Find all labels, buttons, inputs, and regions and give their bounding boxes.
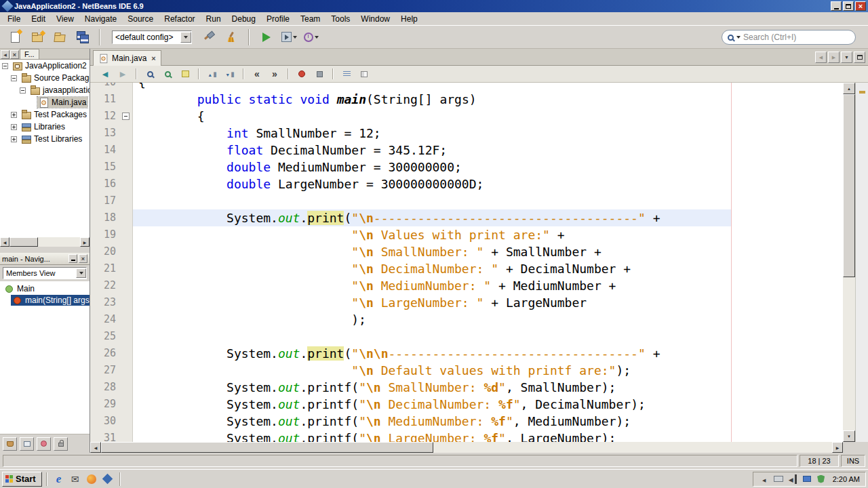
shield-tray-button[interactable]: [816, 474, 827, 485]
tree-item-main-java[interactable]: Main.java: [0, 96, 90, 108]
menu-run[interactable]: Run: [201, 13, 226, 25]
config-selector[interactable]: <default config>: [112, 30, 192, 44]
title-bar[interactable]: JavaApplication2 - NetBeans IDE 6.9: [0, 0, 868, 12]
menu-debug[interactable]: Debug: [226, 13, 261, 25]
fold-toggle-icon[interactable]: [122, 113, 130, 120]
tab-close-icon[interactable]: [150, 54, 155, 62]
debug-button[interactable]: [279, 28, 298, 47]
menu-edit[interactable]: Edit: [26, 13, 51, 25]
volume-tray-button[interactable]: [787, 474, 798, 485]
ff-launch-button[interactable]: [84, 472, 99, 487]
scroll-right-icon[interactable]: [832, 442, 843, 453]
expand-toggle-icon[interactable]: [11, 136, 17, 142]
search-dropdown-icon[interactable]: [736, 36, 741, 39]
scroll-up-icon[interactable]: [843, 83, 855, 94]
projects-horizontal-scrollbar[interactable]: [0, 237, 90, 247]
menu-help[interactable]: Help: [395, 13, 423, 25]
code-line-20[interactable]: 20 "\n SmallNumber: " + SmallNumber +: [90, 243, 843, 260]
tree-item-source-packages[interactable]: Source Packages: [0, 72, 90, 84]
code-line-12[interactable]: 12 {: [90, 108, 843, 125]
menu-team[interactable]: Team: [295, 13, 326, 25]
code-line-29[interactable]: 29 System.out.printf("\n DecimalNumber: …: [90, 396, 843, 413]
code-line-15[interactable]: 15 double MediumNumber = 300000000;: [90, 159, 843, 176]
expand-toggle-icon[interactable]: [2, 63, 8, 69]
code-line-18[interactable]: 18 System.out.print("\n-----------------…: [90, 209, 843, 226]
shift-left-button[interactable]: [249, 67, 265, 81]
menu-navigate[interactable]: Navigate: [79, 13, 122, 25]
code-line-16[interactable]: 16 double LargeNumber = 300000000000D;: [90, 176, 843, 192]
comment-button[interactable]: [338, 67, 355, 81]
ie-launch-button[interactable]: [52, 472, 66, 487]
tabs-list-dropdown-icon[interactable]: ▼: [841, 52, 852, 63]
tab-scroll-left-icon[interactable]: [1, 50, 9, 59]
code-line-22[interactable]: 22 "\n MediumNumber: " + MediumNumber +: [90, 277, 843, 294]
scroll-down-icon[interactable]: [843, 430, 855, 442]
tabs-scroll-right-icon[interactable]: ▶: [828, 52, 840, 63]
run-button[interactable]: [257, 28, 276, 47]
code-line-25[interactable]: 25: [90, 328, 843, 345]
code-line-14[interactable]: 14 float DecimalNumber = 345.12F;: [90, 142, 843, 159]
member-main[interactable]: Main: [0, 283, 90, 294]
code-line-17[interactable]: 17: [90, 192, 843, 209]
back-button[interactable]: [97, 67, 113, 81]
scrollbar-thumb[interactable]: [9, 237, 38, 247]
stop-button[interactable]: [311, 67, 328, 81]
profile-button[interactable]: [302, 28, 321, 47]
member-main-string-args[interactable]: main(String[] args): [0, 294, 90, 306]
nb-launch-button[interactable]: [100, 472, 115, 487]
expand-toggle-icon[interactable]: [11, 75, 17, 81]
sort-alpha-button[interactable]: [54, 437, 68, 451]
find-next-button[interactable]: [159, 67, 176, 81]
scrollbar-track[interactable]: [433, 442, 832, 453]
scrollbar-thumb[interactable]: [843, 94, 855, 277]
mail-launch-button[interactable]: [68, 472, 83, 487]
tree-item-test-libraries[interactable]: Test Libraries: [0, 133, 90, 145]
editor-vertical-scrollbar[interactable]: [843, 83, 855, 442]
hide-icons-tray-button[interactable]: [759, 474, 770, 485]
editor-horizontal-scrollbar[interactable]: [90, 442, 843, 453]
expand-toggle-icon[interactable]: [11, 124, 17, 130]
menu-file[interactable]: File: [2, 13, 26, 25]
code-line-10[interactable]: 10{: [90, 83, 843, 91]
code-line-19[interactable]: 19 "\n Values with print are:" +: [90, 226, 843, 243]
panel-splitter[interactable]: [0, 247, 90, 253]
macro-button[interactable]: [356, 67, 372, 81]
maximize-button[interactable]: [843, 1, 854, 11]
menu-refactor[interactable]: Refactor: [159, 13, 200, 25]
menu-view[interactable]: View: [51, 13, 79, 25]
tab-main-java[interactable]: Main.java: [93, 50, 161, 66]
tree-item-javaapplication2[interactable]: JavaApplication2: [0, 60, 90, 72]
tree-item-test-packages[interactable]: Test Packages: [0, 108, 90, 121]
close-button[interactable]: [855, 1, 866, 11]
scroll-left-icon[interactable]: [90, 442, 101, 453]
code-line-21[interactable]: 21 "\n DecimalNumber: " + DecimalNumber …: [90, 260, 843, 277]
prev-bookmark-button[interactable]: [204, 67, 220, 81]
show-static-button[interactable]: [37, 437, 51, 451]
show-inherited-button[interactable]: [3, 437, 17, 451]
highlight-button[interactable]: [177, 67, 193, 81]
maximize-editor-icon[interactable]: [854, 52, 865, 63]
network-tray-button[interactable]: [802, 474, 812, 485]
quick-search[interactable]: [722, 30, 856, 45]
files-window-tab[interactable]: F...: [20, 49, 39, 59]
minimize-button[interactable]: [831, 1, 842, 11]
expand-toggle-icon[interactable]: [11, 112, 17, 118]
tree-item-javaapplication[interactable]: javaapplication: [0, 84, 90, 96]
menu-source[interactable]: Source: [122, 13, 159, 25]
navigator-close-icon[interactable]: [79, 254, 87, 263]
start-button[interactable]: Start: [2, 472, 42, 487]
projects-close-icon[interactable]: [10, 50, 19, 59]
code-line-23[interactable]: 23 "\n LargeNumber: " + LargeNumber: [90, 294, 843, 311]
error-stripe-mark[interactable]: [859, 91, 865, 94]
keyboard-tray-button[interactable]: [773, 474, 784, 485]
code-line-24[interactable]: 24 );: [90, 311, 843, 328]
clean-build-button[interactable]: [222, 28, 241, 47]
combo-dropdown-icon[interactable]: [76, 268, 86, 278]
scrollbar-thumb[interactable]: [101, 442, 433, 453]
navigator-header[interactable]: main - Navig...: [0, 253, 90, 265]
next-bookmark-button[interactable]: [222, 67, 238, 81]
code-line-11[interactable]: 11 public static void main(String[] args…: [90, 91, 843, 108]
menu-tools[interactable]: Tools: [326, 13, 355, 25]
build-button[interactable]: [199, 28, 218, 47]
breakpoint-button[interactable]: [294, 67, 310, 81]
